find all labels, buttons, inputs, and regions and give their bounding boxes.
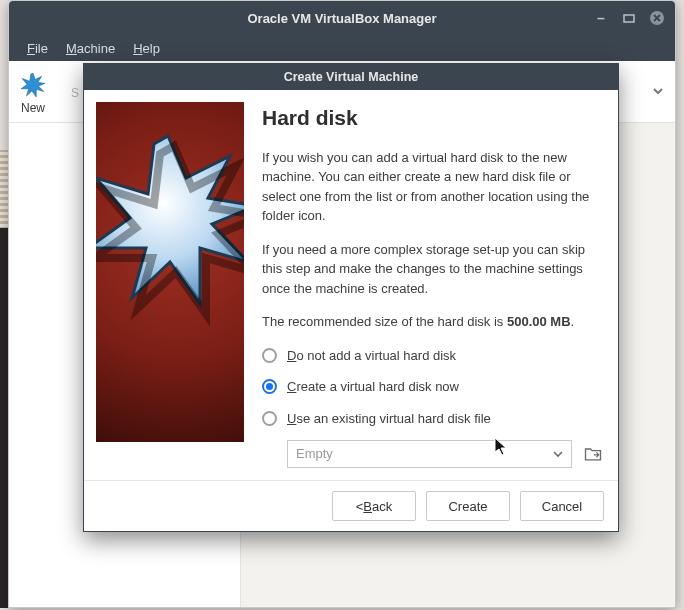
window-titlebar[interactable]: Oracle VM VirtualBox Manager – xyxy=(9,1,675,35)
menu-file[interactable]: File xyxy=(27,41,48,56)
back-button[interactable]: < Back xyxy=(332,491,416,521)
starburst-icon xyxy=(19,71,47,99)
radio-icon xyxy=(262,411,277,426)
minimize-button[interactable]: – xyxy=(593,10,609,26)
desktop-background xyxy=(0,228,8,608)
svg-marker-2 xyxy=(21,73,45,97)
chevron-down-icon xyxy=(551,447,565,467)
create-button[interactable]: Create xyxy=(426,491,510,521)
option-existing-disk[interactable]: Use an existing virtual hard disk file xyxy=(262,409,606,429)
wizard-para-2: If you need a more complex storage set-u… xyxy=(262,240,606,299)
wizard-content: Hard disk If you wish you can add a virt… xyxy=(262,102,606,468)
close-button[interactable] xyxy=(649,10,665,26)
option-label: Use an existing virtual hard disk file xyxy=(287,409,491,429)
dialog-title: Create Virtual Machine xyxy=(284,70,419,84)
toolbar-new[interactable]: New xyxy=(19,71,47,115)
existing-disk-select[interactable]: Empty xyxy=(287,440,572,468)
option-label: Create a virtual hard disk now xyxy=(287,377,459,397)
radio-icon xyxy=(262,379,277,394)
toolbar-overflow[interactable] xyxy=(645,82,671,103)
menu-help[interactable]: Help xyxy=(133,41,160,56)
cancel-button[interactable]: Cancel xyxy=(520,491,604,521)
wizard-recommendation: The recommended size of the hard disk is… xyxy=(262,312,606,332)
option-no-disk[interactable]: Do not add a virtual hard disk xyxy=(262,346,606,366)
dialog-titlebar[interactable]: Create Virtual Machine xyxy=(84,64,618,90)
toolbar-settings[interactable]: S xyxy=(71,86,79,100)
wizard-para-1: If you wish you can add a virtual hard d… xyxy=(262,148,606,226)
menubar: File Machine Help xyxy=(9,35,675,61)
option-create-disk[interactable]: Create a virtual hard disk now xyxy=(262,377,606,397)
wizard-heading: Hard disk xyxy=(262,102,606,134)
browse-folder-button[interactable] xyxy=(580,441,606,467)
option-label: Do not add a virtual hard disk xyxy=(287,346,456,366)
select-value: Empty xyxy=(296,444,333,464)
toolbar-new-label: New xyxy=(21,101,45,115)
toolbar-settings-initial: S xyxy=(71,86,79,100)
virtualbox-window: Oracle VM VirtualBox Manager – File Mach… xyxy=(8,0,676,608)
svg-rect-0 xyxy=(624,15,634,22)
maximize-button[interactable] xyxy=(621,10,637,26)
wizard-graphic xyxy=(96,102,244,442)
disk-options: Do not add a virtual hard disk Create a … xyxy=(262,346,606,469)
menu-machine[interactable]: Machine xyxy=(66,41,115,56)
window-title: Oracle VM VirtualBox Manager xyxy=(247,11,436,26)
create-vm-dialog: Create Virtual Machine Hard xyxy=(83,63,619,532)
dialog-footer: < Back Create Cancel xyxy=(84,480,618,531)
radio-icon xyxy=(262,348,277,363)
desktop-background xyxy=(0,150,8,230)
